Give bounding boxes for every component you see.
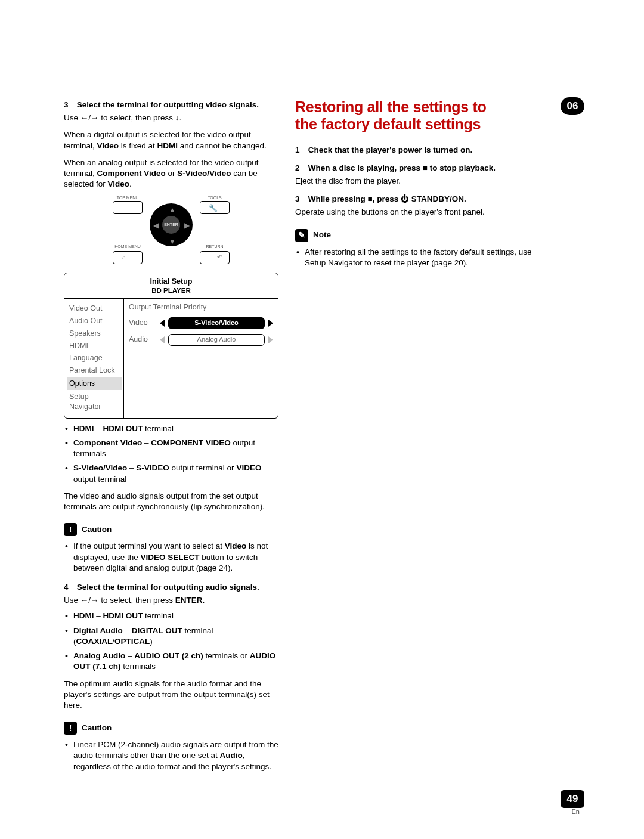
triangle-right-icon [268, 336, 273, 343]
home-icon: ⌂ [122, 253, 126, 262]
osd-menu-item: Parental Lock [69, 364, 120, 377]
osd-menu-item: Video Out [69, 302, 120, 315]
text: or [166, 169, 178, 178]
text: output terminal or [169, 463, 237, 472]
text: terminals [121, 662, 156, 671]
caution-icon: ! [64, 722, 77, 735]
list-item: Component Video – COMPONENT VIDEO output… [64, 438, 278, 459]
left-column: 3 Select the terminal for outputting vid… [64, 98, 278, 772]
step-4-instruction: Use / to select, then press ENTER. [64, 595, 278, 606]
return-icon: ↶ [217, 253, 222, 262]
page-number-badge: 49 [561, 790, 584, 808]
list-item: After restoring all the settings to the … [295, 247, 534, 268]
text: STANDBY/ON. [409, 194, 466, 203]
step-title: When a disc is playing, press to stop pl… [308, 163, 496, 172]
osd-detail: Output Terminal Priority Video S-Video/V… [124, 299, 278, 418]
text: – [123, 626, 132, 635]
text: to select, then press [99, 596, 175, 605]
step-number: 4 [64, 582, 75, 593]
step-title: Select the terminal for outputting video… [77, 100, 259, 109]
triangle-left-icon [160, 320, 165, 327]
nav-down-icon: ▼ [169, 237, 176, 246]
caution-label: Caution [82, 723, 112, 733]
list-item: HDMI – HDMI OUT terminal [64, 423, 278, 434]
stop-icon [368, 194, 373, 203]
osd-menu-item-selected: Options [67, 377, 122, 390]
osd-value: Analog Audio [168, 334, 265, 346]
text-bold: COMPONENT VIDEO [151, 438, 231, 447]
text: – [94, 611, 103, 620]
step-4-heading: 4 Select the terminal for outputting aud… [64, 582, 278, 593]
page-language: En [572, 807, 580, 816]
caution-list-2: Linear PCM (2-channel) audio signals are… [64, 739, 278, 772]
right-arrow-icon [91, 113, 99, 122]
optimum-note: The optimum audio signals for the audio … [64, 679, 278, 711]
osd-menu-item: Speakers [69, 327, 120, 340]
label-top-menu: TOP MENU [113, 195, 143, 200]
osd-header: Initial Setup BD PLAYER [64, 273, 278, 299]
nav-left-icon: ◀ [153, 221, 159, 230]
text-bold: Video [225, 541, 247, 550]
text: to select, then press [99, 113, 175, 122]
text: and cannot be changed. [178, 141, 267, 150]
right-arrow-icon [91, 596, 99, 605]
enter-button: ENTER [162, 216, 180, 234]
note-callout: ✎ Note [295, 229, 534, 242]
home-menu-button [113, 251, 143, 264]
list-item: Linear PCM (2-channel) audio signals are… [64, 739, 278, 772]
text-bold: HDMI [157, 141, 178, 150]
text-bold: S-VIDEO [136, 463, 169, 472]
step-title: Check that the player's power is turned … [308, 145, 473, 154]
text-bold: S-Video/Video [177, 169, 231, 178]
text-bold: HDMI [73, 611, 94, 620]
text-bold: S-Video/Video [73, 463, 127, 472]
text: Linear PCM (2-channel) audio signals are… [73, 740, 278, 760]
osd-menu-item: Language [69, 352, 120, 364]
pencil-icon: ✎ [295, 229, 308, 242]
text-bold: HDMI [73, 424, 94, 433]
text: terminals or [203, 651, 250, 660]
osd-row-audio: Audio Analog Audio [129, 334, 273, 346]
step-2-line: Eject the disc from the player. [295, 176, 534, 187]
text: Use [64, 113, 80, 122]
text: terminal [143, 611, 174, 620]
caution-label: Caution [82, 524, 112, 535]
text-bold: ENTER [175, 596, 203, 605]
list-item: S-Video/Video – S-VIDEO output terminal … [64, 463, 278, 484]
step-number: 3 [295, 194, 306, 205]
text-bold: HDMI OUT [103, 424, 143, 433]
osd-menu-item: HDMI [69, 340, 120, 352]
osd-subtitle: BD PLAYER [64, 286, 278, 296]
text-bold: VIDEO [236, 463, 261, 472]
list-item: Digital Audio – DIGITAL OUT terminal (CO… [64, 626, 278, 647]
text: If the output terminal you want to selec… [73, 541, 225, 550]
text-bold: Component Video [73, 438, 142, 447]
step-title: Select the terminal for outputting audio… [77, 583, 259, 592]
right-column: Restoring all the settings to the factor… [295, 98, 534, 772]
step-3-heading: 3 Select the terminal for outputting vid… [64, 100, 278, 110]
osd-menu-item: Audio Out [69, 315, 120, 327]
list-item: HDMI – HDMI OUT terminal [64, 611, 278, 621]
text: While pressing [308, 194, 368, 203]
analog-output-note: When an analog output is selected for th… [64, 157, 278, 190]
text: – [125, 651, 134, 660]
step-3-line: Operate using the buttons on the player'… [295, 207, 534, 218]
audio-terminals-list: HDMI – HDMI OUT terminal Digital Audio –… [64, 611, 278, 672]
digital-output-note: When a digital output is selected for th… [64, 129, 278, 151]
section-heading: Restoring all the settings to the factor… [295, 98, 534, 133]
down-arrow-icon [175, 113, 179, 122]
text: to stop playback. [428, 163, 496, 172]
step-2-heading: 2 When a disc is playing, press to stop … [295, 163, 534, 174]
text-bold: Component Video [97, 169, 166, 178]
triangle-left-icon [160, 336, 165, 343]
osd-row-label: Video [129, 318, 156, 328]
text-bold: Video [97, 141, 119, 150]
osd-row-video: Video S-Video/Video [129, 317, 273, 329]
text-bold: Analog Audio [73, 651, 125, 660]
step-3-instruction: Use / to select, then press . [64, 113, 278, 123]
power-icon [401, 194, 409, 203]
wrench-icon: 🔧 [209, 203, 218, 213]
caution-callout: ! Caution [64, 523, 278, 536]
caution-callout-2: ! Caution [64, 722, 278, 735]
osd-detail-title: Output Terminal Priority [129, 302, 273, 312]
